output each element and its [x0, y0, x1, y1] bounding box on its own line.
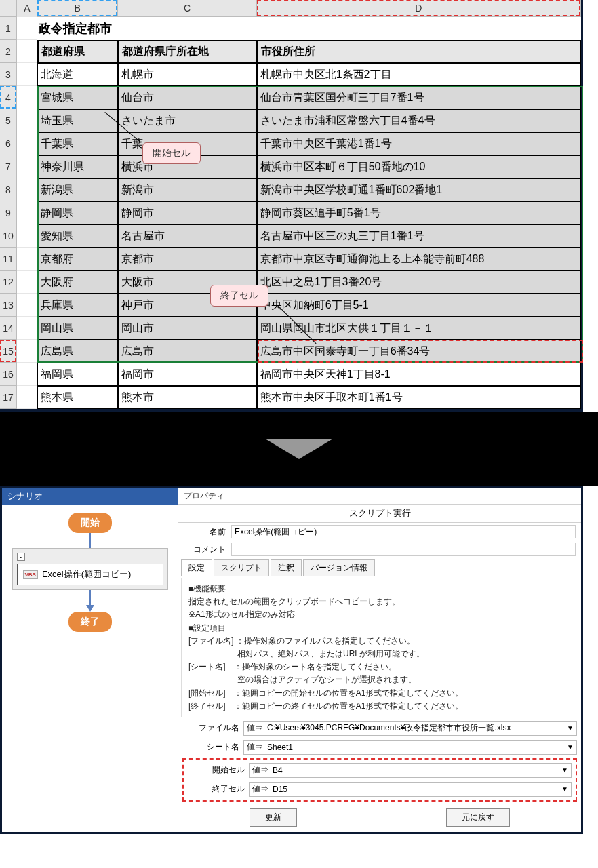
description-text: ■機能概要 指定されたセルの範囲をクリップボードへコピーします。 ※A1形式のセ…	[181, 578, 578, 717]
row-header[interactable]: 4	[0, 86, 17, 109]
cell[interactable]: 熊本市	[118, 386, 256, 409]
dropdown-icon[interactable]: ▼	[567, 724, 574, 732]
spreadsheet[interactable]: A B C D 1 政令指定都市 2 都道府県 都道府県庁所在地 市役所住所 3…	[0, 0, 583, 412]
cell[interactable]: 熊本市中央区手取本町1番1号	[257, 386, 581, 409]
cell[interactable]: 京都市中京区寺町通御池上る上本能寺前町488	[257, 248, 581, 271]
cell[interactable]: 中央区加納町6丁目5-1	[257, 294, 581, 317]
cell[interactable]	[17, 17, 37, 40]
select-all-corner[interactable]	[0, 0, 17, 17]
col-header-A[interactable]: A	[17, 0, 37, 17]
row-header[interactable]: 7	[0, 155, 17, 178]
row-header[interactable]: 11	[0, 248, 17, 271]
row-header[interactable]: 9	[0, 201, 17, 224]
name-input[interactable]	[231, 525, 576, 538]
arrow-down-icon	[86, 605, 94, 612]
param-value-filename[interactable]: 値⇒ C:¥Users¥3045.PCREG¥Documents¥政令指定都市市…	[243, 721, 577, 736]
cell[interactable]	[257, 17, 581, 40]
row-header[interactable]: 16	[0, 363, 17, 386]
cell[interactable]: 京都府	[37, 248, 119, 271]
param-label: 開始セル	[188, 764, 249, 776]
cell[interactable]: 北海道	[37, 63, 119, 86]
properties-subtitle: スクリプト実行	[178, 505, 581, 523]
row-header[interactable]: 1	[0, 17, 17, 40]
cell[interactable]: 新潟県	[37, 178, 119, 201]
connector-bar	[0, 412, 598, 486]
table-header[interactable]: 都道府県庁所在地	[118, 40, 256, 63]
cell[interactable]: 札幌市	[118, 63, 256, 86]
row-header[interactable]: 15	[0, 340, 17, 363]
row-header[interactable]: 17	[0, 386, 17, 409]
dropdown-icon[interactable]: ▼	[561, 785, 568, 793]
cell[interactable]: さいたま市浦和区常盤六丁目4番4号	[257, 109, 581, 132]
cell[interactable]: さいたま市	[118, 109, 256, 132]
row-header[interactable]: 6	[0, 132, 17, 155]
cell[interactable]: 福岡県	[37, 363, 119, 386]
cell[interactable]: 札幌市中央区北1条西2丁目	[257, 63, 581, 86]
cell[interactable]: 横浜市中区本町６丁目50番地の10	[257, 155, 581, 178]
cell[interactable]: 仙台市青葉区国分町三丁目7番1号	[257, 86, 581, 109]
comment-input[interactable]	[231, 542, 576, 556]
cell[interactable]: 宮城県	[37, 86, 119, 109]
row-header[interactable]: 3	[0, 63, 17, 86]
revert-button[interactable]: 元に戻す	[446, 808, 510, 827]
row-header[interactable]: 2	[0, 40, 17, 63]
tab-version[interactable]: バージョン情報	[303, 559, 375, 576]
flow-line	[89, 533, 91, 548]
cell[interactable]: 広島市	[118, 340, 256, 363]
row-header[interactable]: 10	[0, 224, 17, 248]
arrow-down-icon	[265, 439, 333, 459]
tab-settings[interactable]: 設定	[181, 559, 212, 576]
cell[interactable]: 大阪府	[37, 271, 119, 294]
cell[interactable]: 静岡市葵区追手町5番1号	[257, 201, 581, 224]
title-cell[interactable]: 政令指定都市	[37, 17, 119, 40]
cell[interactable]: 千葉市中央区千葉港1番1号	[257, 132, 581, 155]
col-header-B[interactable]: B	[37, 0, 119, 17]
end-node[interactable]: 終了	[68, 612, 112, 632]
param-value-sheet[interactable]: 値⇒ Sheet1 ▼	[243, 740, 577, 755]
tab-script[interactable]: スクリプト	[214, 559, 269, 576]
tab-annotation[interactable]: 注釈	[271, 559, 302, 576]
cell[interactable]: 名古屋市中区三の丸三丁目1番1号	[257, 224, 581, 248]
col-header-C[interactable]: C	[118, 0, 256, 17]
cell[interactable]: 新潟市	[118, 178, 256, 201]
dropdown-icon[interactable]: ▼	[561, 766, 568, 774]
cell[interactable]: 名古屋市	[118, 224, 256, 248]
table-header[interactable]: 都道府県	[37, 40, 119, 63]
cell[interactable]: 愛知県	[37, 224, 119, 248]
cell[interactable]: 静岡市	[118, 201, 256, 224]
cell[interactable]: 京都市	[118, 248, 256, 271]
card-item[interactable]: VBS Excel操作(範囲コピー)	[17, 564, 163, 585]
cell[interactable]: 熊本県	[37, 386, 119, 409]
col-header-D[interactable]: D	[257, 0, 581, 17]
dropdown-icon[interactable]: ▼	[567, 743, 574, 751]
cell[interactable]: 北区中之島1丁目3番20号	[257, 271, 581, 294]
cell[interactable]: 岡山県	[37, 317, 119, 340]
param-value-startcell[interactable]: 値⇒ B4 ▼	[249, 763, 572, 778]
param-label: シート名	[182, 741, 243, 753]
cell[interactable]: 仙台市	[118, 86, 256, 109]
param-value-endcell[interactable]: 値⇒ D15 ▼	[249, 782, 572, 797]
start-node[interactable]: 開始	[68, 513, 112, 533]
cell[interactable]: 岡山市	[118, 317, 256, 340]
cell[interactable]: 広島県	[37, 340, 119, 363]
cell[interactable]: 福岡市	[118, 363, 256, 386]
row-header[interactable]: 14	[0, 317, 17, 340]
cell[interactable]	[17, 40, 37, 63]
cell[interactable]: 千葉県	[37, 132, 119, 155]
cell[interactable]: 広島市中区国泰寺町一丁目6番34号	[257, 340, 581, 363]
cell[interactable]	[118, 17, 256, 40]
update-button[interactable]: 更新	[250, 808, 297, 827]
table-header[interactable]: 市役所住所	[257, 40, 581, 63]
cell[interactable]: 岡山県岡山市北区大供１丁目１－１	[257, 317, 581, 340]
cell[interactable]: 兵庫県	[37, 294, 119, 317]
card-expander[interactable]: -	[17, 553, 25, 561]
row-header[interactable]: 5	[0, 109, 17, 132]
flow-card[interactable]: - VBS Excel操作(範囲コピー)	[12, 548, 168, 590]
cell[interactable]: 福岡市中央区天神1丁目8-1	[257, 363, 581, 386]
cell[interactable]: 新潟市中央区学校町通1番町602番地1	[257, 178, 581, 201]
cell[interactable]: 神奈川県	[37, 155, 119, 178]
row-header[interactable]: 13	[0, 294, 17, 317]
cell[interactable]: 静岡県	[37, 201, 119, 224]
row-header[interactable]: 8	[0, 178, 17, 201]
row-header[interactable]: 12	[0, 271, 17, 294]
